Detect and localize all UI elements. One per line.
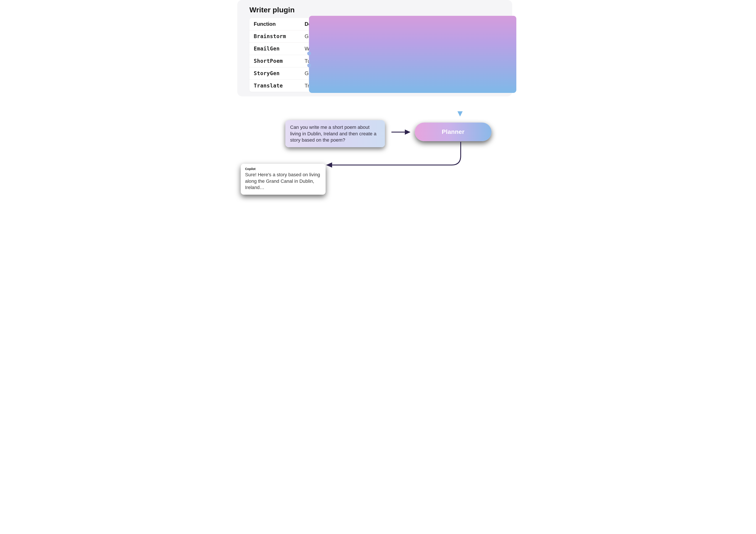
plugin-functions-table: Function Description for model Brainstor… [249,18,505,92]
table-row: EmailGen Write an email from the given b… [249,42,505,55]
fn-name: EmailGen [249,42,300,55]
arrow-right-icon [392,128,411,136]
table-header-row: Function Description for model [249,18,505,30]
fn-name: StoryGen [249,67,300,80]
fn-desc: Turn a scenario into a short and enterta… [300,55,505,67]
fn-name: ShortPoem [249,55,300,67]
fn-desc: Write an email from the given bullet poi… [300,42,505,55]
fn-name: Translate [249,80,300,92]
svg-marker-3 [405,129,411,135]
copilot-response-bubble: Copilot Sure! Here's a story based on li… [241,164,326,195]
fn-desc: Given a goal or topic description genera… [300,30,505,42]
svg-marker-4 [326,162,332,168]
copilot-label: Copilot [245,167,321,171]
svg-marker-1 [457,111,463,117]
user-prompt-bubble: Can you write me a short poem about livi… [285,120,385,147]
col-header-description: Description for model [300,18,505,30]
planner-label: Planner [442,128,465,135]
table-row: ShortPoem Turn a scenario into a short a… [249,55,505,67]
user-prompt-text: Can you write me a short poem about livi… [290,125,376,143]
fn-name: Brainstorm [249,30,300,42]
copilot-response-text: Sure! Here's a story based on living alo… [245,172,321,191]
planner-node: Planner [415,123,492,141]
writer-plugin-card: Writer plugin Function Description for m… [237,0,512,97]
table-row: Translate Translate the input into a lan… [249,80,505,92]
fn-desc: Generate a list of synopsis for a novel … [300,67,505,80]
table-row: StoryGen Generate a list of synopsis for… [249,67,505,80]
plugin-title: Writer plugin [249,6,505,14]
fn-desc: Translate the input into a language of y… [300,80,505,92]
table-row: Brainstorm Given a goal or topic descrip… [249,30,505,42]
col-header-function: Function [249,18,300,30]
